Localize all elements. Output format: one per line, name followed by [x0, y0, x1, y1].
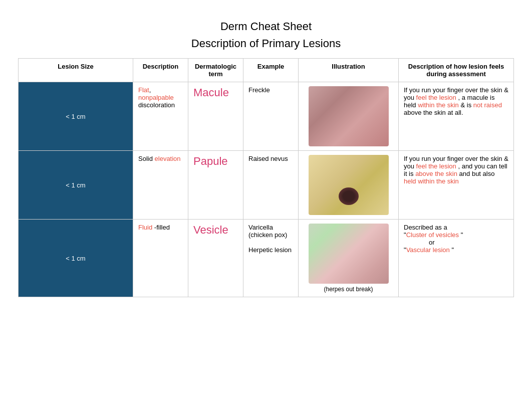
illustration-papule	[309, 155, 389, 215]
illus-cell-macule	[299, 82, 399, 151]
header-illustration: Illustration	[299, 59, 399, 82]
desc-fluid: Fluid	[138, 224, 152, 231]
size-value-papule: < 1 cm	[66, 181, 85, 189]
page: Derm Cheat Sheet Description of Primary …	[0, 0, 532, 412]
feels-or-vesicle: or	[429, 239, 435, 246]
feels-cell-papule: If you run your finger over the skin & y…	[399, 151, 514, 220]
table-row: < 1 cm Solid elevation Papule Raised nev…	[19, 151, 514, 220]
header-size: Lesion Size	[19, 59, 133, 82]
illus-note-vesicle: (herpes out break)	[304, 286, 393, 293]
feels-quote-close1: "	[459, 231, 463, 239]
desc-discoloration: discoloration	[138, 101, 175, 109]
illus-cell-vesicle: (herpes out break)	[299, 220, 399, 297]
feels-red1-vesicle: Cluster of vesicles	[406, 231, 459, 239]
desc-cell-macule: Flat, nonpalpable discoloration	[133, 82, 188, 151]
feels-end-macule: & is	[460, 101, 473, 109]
derm-cell-vesicle: Vesicle	[188, 220, 243, 297]
size-cell-macule: < 1 cm	[19, 82, 133, 151]
desc-cell-vesicle: Fluid -filled	[133, 220, 188, 297]
header-feels: Description of how lesion feels during a…	[399, 59, 514, 82]
desc-solid: Solid	[138, 155, 155, 162]
feels-cell-macule: If you run your finger over the skin & y…	[399, 82, 514, 151]
derm-term-macule: Macule	[193, 86, 229, 99]
example-varicella: Varicella (chicken pox)	[248, 224, 287, 239]
table-wrapper: Lesion Size Description Dermatologic ter…	[18, 58, 514, 297]
lesion-table: Lesion Size Description Dermatologic ter…	[18, 58, 514, 297]
sub-title: Description of Primary Lesions	[10, 37, 522, 50]
feels-cell-vesicle: Described as a "Cluster of vesicles " or…	[399, 220, 514, 297]
example-herpetic: Herpetic lesion	[248, 246, 292, 254]
header-derm-term: Dermatologic term	[188, 59, 243, 82]
feels-red1-papule: feel the lesion	[416, 162, 456, 170]
desc-filled: -filled	[154, 224, 170, 231]
derm-cell-macule: Macule	[188, 82, 243, 151]
size-cell-vesicle: < 1 cm	[19, 220, 133, 297]
example-cell-vesicle: Varicella (chicken pox) Herpetic lesion	[243, 220, 299, 297]
header-description: Description	[133, 59, 188, 82]
desc-flat: Flat	[138, 86, 149, 94]
feels-quote-close2: "	[450, 246, 454, 254]
main-title: Derm Cheat Sheet	[10, 20, 522, 33]
example-cell-papule: Raised nevus	[243, 151, 299, 220]
table-row: < 1 cm Fluid -filled Vesicle Varicella (…	[19, 220, 514, 297]
feels-red3-papule: held within the skin	[404, 177, 459, 185]
feels-red3-macule: not raised	[473, 101, 502, 109]
derm-cell-papule: Papule	[188, 151, 243, 220]
feels-red2-vesicle: Vascular lesion	[406, 246, 450, 254]
size-value-vesicle: < 1 cm	[66, 255, 85, 262]
example-macule: Freckle	[248, 86, 270, 94]
size-cell-papule: < 1 cm	[19, 151, 133, 220]
feels-last-macule: above the skin at all.	[404, 109, 463, 116]
feels-red2-macule: within the skin	[418, 101, 459, 109]
example-papule: Raised nevus	[248, 155, 288, 162]
size-value-macule: < 1 cm	[66, 113, 85, 120]
feels-red2-papule: above the skin	[415, 170, 457, 177]
derm-term-vesicle: Vesicle	[193, 224, 228, 236]
header-example: Example	[243, 59, 299, 82]
table-row: < 1 cm Flat, nonpalpable discoloration M…	[19, 82, 514, 151]
desc-elevation: elevation	[155, 155, 181, 162]
feels-described-vesicle: Described as a	[404, 224, 447, 231]
desc-cell-papule: Solid elevation	[133, 151, 188, 220]
derm-term-papule: Papule	[193, 155, 228, 167]
illustration-macule	[309, 86, 389, 146]
illus-cell-papule	[299, 151, 399, 220]
feels-red1-macule: feel the lesion	[416, 94, 456, 101]
illustration-vesicle	[309, 224, 389, 284]
example-cell-macule: Freckle	[243, 82, 299, 151]
desc-nonpalpable: nonpalpable	[138, 94, 174, 101]
feels-end-papule: and but also	[459, 170, 495, 177]
